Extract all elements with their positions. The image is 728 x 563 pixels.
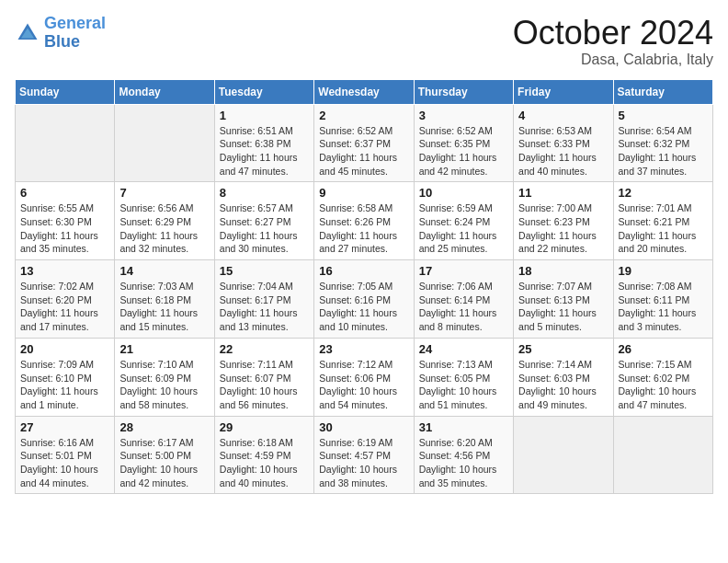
header-saturday: Saturday — [613, 79, 712, 104]
calendar-cell: 7Sunrise: 6:56 AMSunset: 6:29 PMDaylight… — [115, 182, 214, 260]
day-number: 11 — [518, 186, 608, 200]
day-number: 6 — [20, 186, 109, 200]
calendar-cell: 28Sunrise: 6:17 AMSunset: 5:00 PMDayligh… — [115, 416, 214, 494]
day-info: Sunrise: 6:58 AMSunset: 6:26 PMDaylight:… — [319, 201, 408, 256]
day-number: 5 — [619, 109, 708, 122]
day-info: Sunrise: 6:20 AMSunset: 4:56 PMDaylight:… — [419, 436, 508, 490]
logo-text: General Blue — [44, 15, 106, 52]
header-wednesday: Wednesday — [314, 79, 414, 104]
calendar-cell: 15Sunrise: 7:04 AMSunset: 6:17 PMDayligh… — [214, 260, 313, 339]
calendar-cell: 27Sunrise: 6:16 AMSunset: 5:01 PMDayligh… — [16, 416, 115, 494]
day-number: 23 — [319, 342, 408, 356]
calendar-cell — [16, 104, 115, 182]
header-thursday: Thursday — [414, 79, 513, 104]
header-friday: Friday — [514, 79, 613, 104]
day-info: Sunrise: 7:11 AMSunset: 6:07 PMDaylight:… — [220, 358, 309, 412]
day-info: Sunrise: 7:03 AMSunset: 6:18 PMDaylight:… — [119, 280, 209, 334]
day-info: Sunrise: 7:12 AMSunset: 6:06 PMDaylight:… — [319, 358, 408, 412]
calendar-cell: 4Sunrise: 6:53 AMSunset: 6:33 PMDaylight… — [514, 104, 613, 182]
page-header: General Blue October 2024 Dasa, Calabria… — [15, 15, 713, 68]
day-info: Sunrise: 6:52 AMSunset: 6:37 PMDaylight:… — [319, 124, 408, 178]
calendar-cell: 23Sunrise: 7:12 AMSunset: 6:06 PMDayligh… — [314, 338, 414, 416]
calendar-cell: 24Sunrise: 7:13 AMSunset: 6:05 PMDayligh… — [414, 338, 513, 416]
day-info: Sunrise: 7:05 AMSunset: 6:16 PMDaylight:… — [319, 280, 408, 334]
week-row-4: 27Sunrise: 6:16 AMSunset: 5:01 PMDayligh… — [16, 416, 713, 494]
day-number: 10 — [419, 186, 508, 200]
calendar-header: SundayMondayTuesdayWednesdayThursdayFrid… — [16, 79, 713, 104]
day-info: Sunrise: 6:19 AMSunset: 4:57 PMDaylight:… — [319, 436, 408, 490]
day-number: 22 — [220, 342, 309, 356]
day-info: Sunrise: 7:00 AMSunset: 6:23 PMDaylight:… — [518, 201, 608, 256]
calendar-cell: 11Sunrise: 7:00 AMSunset: 6:23 PMDayligh… — [514, 182, 613, 260]
title-block: October 2024 Dasa, Calabria, Italy — [513, 15, 713, 68]
day-number: 1 — [220, 109, 309, 122]
day-info: Sunrise: 6:17 AMSunset: 5:00 PMDaylight:… — [119, 436, 209, 490]
day-number: 26 — [619, 342, 708, 356]
logo-icon — [15, 20, 40, 46]
day-number: 3 — [419, 109, 508, 122]
week-row-1: 6Sunrise: 6:55 AMSunset: 6:30 PMDaylight… — [16, 182, 713, 260]
day-number: 21 — [119, 342, 209, 356]
day-info: Sunrise: 6:52 AMSunset: 6:35 PMDaylight:… — [419, 124, 508, 178]
day-info: Sunrise: 6:18 AMSunset: 4:59 PMDaylight:… — [220, 436, 309, 490]
week-row-3: 20Sunrise: 7:09 AMSunset: 6:10 PMDayligh… — [16, 338, 713, 416]
day-info: Sunrise: 6:16 AMSunset: 5:01 PMDaylight:… — [20, 436, 109, 490]
calendar-cell: 16Sunrise: 7:05 AMSunset: 6:16 PMDayligh… — [314, 260, 414, 339]
day-info: Sunrise: 7:08 AMSunset: 6:11 PMDaylight:… — [619, 280, 708, 334]
header-row: SundayMondayTuesdayWednesdayThursdayFrid… — [16, 79, 713, 104]
day-number: 15 — [220, 264, 309, 278]
day-number: 16 — [319, 264, 408, 278]
calendar-cell: 18Sunrise: 7:07 AMSunset: 6:13 PMDayligh… — [514, 260, 613, 339]
day-number: 29 — [220, 420, 309, 434]
month-title: October 2024 — [513, 15, 713, 52]
day-number: 9 — [319, 186, 408, 200]
calendar-cell — [115, 104, 214, 182]
calendar-cell: 2Sunrise: 6:52 AMSunset: 6:37 PMDaylight… — [314, 104, 414, 182]
day-number: 20 — [20, 342, 109, 356]
day-info: Sunrise: 7:14 AMSunset: 6:03 PMDaylight:… — [518, 358, 608, 412]
calendar-cell: 17Sunrise: 7:06 AMSunset: 6:14 PMDayligh… — [414, 260, 513, 339]
calendar-cell: 5Sunrise: 6:54 AMSunset: 6:32 PMDaylight… — [613, 104, 712, 182]
day-number: 7 — [119, 186, 209, 200]
calendar-cell — [514, 416, 613, 494]
day-number: 2 — [319, 109, 408, 122]
day-number: 12 — [619, 186, 708, 200]
day-number: 17 — [419, 264, 508, 278]
header-tuesday: Tuesday — [214, 79, 313, 104]
day-number: 8 — [220, 186, 309, 200]
day-info: Sunrise: 6:51 AMSunset: 6:38 PMDaylight:… — [220, 124, 309, 178]
day-info: Sunrise: 7:06 AMSunset: 6:14 PMDaylight:… — [419, 280, 508, 334]
calendar-cell: 25Sunrise: 7:14 AMSunset: 6:03 PMDayligh… — [514, 338, 613, 416]
day-info: Sunrise: 6:56 AMSunset: 6:29 PMDaylight:… — [119, 201, 209, 256]
calendar-cell: 19Sunrise: 7:08 AMSunset: 6:11 PMDayligh… — [613, 260, 712, 339]
day-number: 4 — [518, 109, 608, 122]
day-info: Sunrise: 7:07 AMSunset: 6:13 PMDaylight:… — [518, 280, 608, 334]
calendar-cell: 12Sunrise: 7:01 AMSunset: 6:21 PMDayligh… — [613, 182, 712, 260]
calendar-cell: 3Sunrise: 6:52 AMSunset: 6:35 PMDaylight… — [414, 104, 513, 182]
calendar-cell: 1Sunrise: 6:51 AMSunset: 6:38 PMDaylight… — [214, 104, 313, 182]
day-info: Sunrise: 7:09 AMSunset: 6:10 PMDaylight:… — [20, 358, 109, 412]
calendar-cell: 13Sunrise: 7:02 AMSunset: 6:20 PMDayligh… — [16, 260, 115, 339]
day-number: 30 — [319, 420, 408, 434]
calendar-cell: 20Sunrise: 7:09 AMSunset: 6:10 PMDayligh… — [16, 338, 115, 416]
week-row-0: 1Sunrise: 6:51 AMSunset: 6:38 PMDaylight… — [16, 104, 713, 182]
calendar-table: SundayMondayTuesdayWednesdayThursdayFrid… — [15, 79, 713, 495]
day-number: 18 — [518, 264, 608, 278]
day-info: Sunrise: 7:10 AMSunset: 6:09 PMDaylight:… — [119, 358, 209, 412]
day-info: Sunrise: 6:55 AMSunset: 6:30 PMDaylight:… — [20, 201, 109, 256]
day-info: Sunrise: 7:01 AMSunset: 6:21 PMDaylight:… — [619, 201, 708, 256]
day-number: 31 — [419, 420, 508, 434]
day-number: 13 — [20, 264, 109, 278]
day-info: Sunrise: 7:04 AMSunset: 6:17 PMDaylight:… — [220, 280, 309, 334]
header-monday: Monday — [115, 79, 214, 104]
calendar-cell: 30Sunrise: 6:19 AMSunset: 4:57 PMDayligh… — [314, 416, 414, 494]
location-title: Dasa, Calabria, Italy — [513, 52, 713, 68]
day-info: Sunrise: 7:13 AMSunset: 6:05 PMDaylight:… — [419, 358, 508, 412]
day-number: 27 — [20, 420, 109, 434]
header-sunday: Sunday — [16, 79, 115, 104]
day-info: Sunrise: 7:15 AMSunset: 6:02 PMDaylight:… — [619, 358, 708, 412]
day-info: Sunrise: 6:57 AMSunset: 6:27 PMDaylight:… — [220, 201, 309, 256]
logo: General Blue — [15, 15, 106, 52]
calendar-cell: 26Sunrise: 7:15 AMSunset: 6:02 PMDayligh… — [613, 338, 712, 416]
week-row-2: 13Sunrise: 7:02 AMSunset: 6:20 PMDayligh… — [16, 260, 713, 339]
